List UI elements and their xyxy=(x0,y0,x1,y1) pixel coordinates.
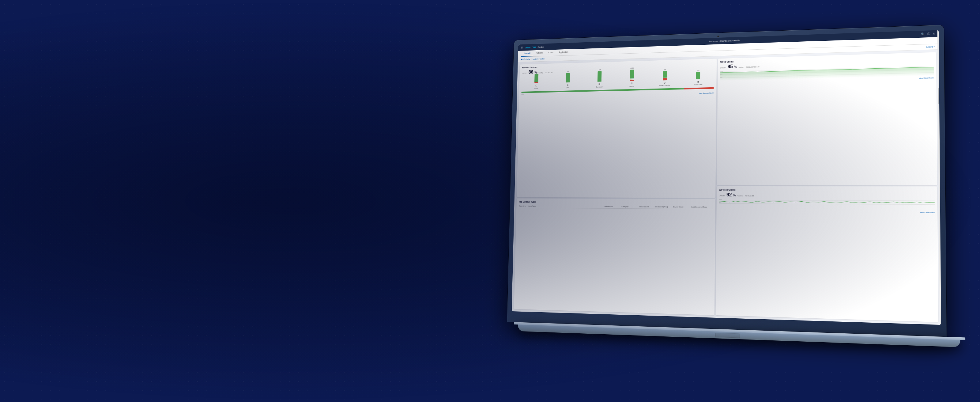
bar-green-distribution xyxy=(598,71,602,82)
dashboard-main: Network Devices LATEST 86 % Healthy TOTA… xyxy=(512,49,941,325)
wireless-clients-header: LATEST 92 % Healthy ACTIVE: 85 xyxy=(719,192,935,198)
view-wireless-health-link[interactable]: View Client Health xyxy=(719,210,935,214)
header-breadcrumb: Assurance › Dashboards › Health xyxy=(709,39,740,42)
issues-table-header: Priority ▼ Issue Type Device Role Catego… xyxy=(519,204,713,209)
bar-green-router xyxy=(535,74,538,82)
col-issue-count[interactable]: Issue Count xyxy=(640,206,654,208)
bar-red-access xyxy=(630,80,634,81)
col-last-occurred[interactable]: Last Occurred Time xyxy=(691,206,712,208)
tab-client[interactable]: Client xyxy=(546,49,556,56)
col-issue-type[interactable]: Issue Type xyxy=(528,205,603,207)
distribution-icon: ⊞ xyxy=(598,83,601,86)
col-site-count[interactable]: Site Count (Area) xyxy=(655,206,673,208)
col-device-role[interactable]: Device Role xyxy=(604,206,621,207)
wired-latest-label: LATEST xyxy=(720,67,726,69)
wireless-ctrl-icon: ⊙ xyxy=(663,81,666,84)
bar-core: 4/4 ◈ Core xyxy=(552,70,583,89)
wireless-clients-card: Wireless Clients LATEST 92 % Healthy ACT… xyxy=(716,186,939,322)
tab-overall[interactable]: Overall xyxy=(521,50,533,57)
network-devices-bar-chart: 5/6 ⬡ Router 4/4 xyxy=(522,71,714,90)
network-devices-card: Network Devices LATEST 86 % Healthy TOTA… xyxy=(517,59,717,198)
brand-dna: DNA xyxy=(531,46,536,49)
hamburger-menu-icon[interactable]: ☰ xyxy=(521,46,523,49)
clients-section: Wired Clients LATEST 95 % Healthy CONNEC… xyxy=(716,52,939,322)
access-point-icon: ◉ xyxy=(697,80,699,83)
bar-orange-access xyxy=(630,79,634,79)
brand-center: Center xyxy=(538,46,544,48)
bar-wireless-controller: 2/3 ⊙ Wireless Controller xyxy=(649,68,681,87)
screen-bezel: ☰ Cisco DNA Center Assurance › Dashboard… xyxy=(512,30,941,325)
core-icon: ◈ xyxy=(567,84,569,86)
trackpad xyxy=(715,333,740,338)
screen-frame: ☰ Cisco DNA Center Assurance › Dashboard… xyxy=(507,25,947,337)
wireless-clients-title: Wireless Clients xyxy=(719,189,935,191)
header-actions: 🔍 ⓘ ↻ xyxy=(921,32,935,36)
laptop-container: ☰ Cisco DNA Center Assurance › Dashboard… xyxy=(507,24,967,348)
bar-distribution: 8/8 ⊞ Distribution xyxy=(584,68,615,88)
wireless-latest-label: LATEST xyxy=(719,195,725,197)
tab-network[interactable]: Network xyxy=(533,50,546,56)
bar-green-wc xyxy=(663,71,667,78)
bar-access-point: 3/3 ◉ Access Point xyxy=(682,69,714,86)
search-icon[interactable]: 🔍 xyxy=(921,32,924,36)
header-left: ☰ Cisco DNA Center xyxy=(521,46,544,49)
bar-green-access xyxy=(630,70,634,78)
location-dot-icon xyxy=(521,59,522,61)
issues-title: Top 10 Issue Types xyxy=(519,201,713,204)
wireless-percent: 92 xyxy=(726,192,732,197)
filter-time[interactable]: Last 24 Hours ▾ xyxy=(533,57,545,60)
col-device-count[interactable]: Device Count xyxy=(673,206,690,208)
issues-card: Top 10 Issue Types Priority ▼ Issue Type… xyxy=(514,199,715,315)
col-priority[interactable]: Priority ▼ xyxy=(519,205,527,207)
col-category[interactable]: Category xyxy=(622,206,639,207)
svg-line-4 xyxy=(719,203,935,204)
wired-clients-card: Wired Clients LATEST 95 % Healthy CONNEC… xyxy=(717,52,937,185)
filter-global[interactable]: Global ▾ xyxy=(523,58,530,61)
svg-line-3 xyxy=(719,200,935,201)
bar-green-core xyxy=(566,73,570,83)
wired-percent: 95 xyxy=(727,64,733,69)
router-icon: ⬡ xyxy=(535,84,537,87)
filter-left: Global ▾ | Last 24 Hours ▾ xyxy=(521,57,545,61)
camera-dot xyxy=(717,35,719,37)
bar-red-wc xyxy=(663,78,667,80)
actions-button[interactable]: Actions » xyxy=(926,46,935,48)
bar-red-router xyxy=(535,82,538,83)
bar-green-ap xyxy=(696,72,700,79)
screen-content: ☰ Cisco DNA Center Assurance › Dashboard… xyxy=(512,30,941,325)
brand-logo: Cisco DNA Center xyxy=(525,46,544,49)
access-icon: ⊡ xyxy=(631,82,633,85)
info-icon[interactable]: ⓘ xyxy=(928,32,931,36)
wireless-line-chart: 100% 75% xyxy=(719,198,935,210)
tab-application[interactable]: Application xyxy=(556,49,571,56)
scrollbar-thumb[interactable] xyxy=(938,88,939,104)
brand-cisco: Cisco xyxy=(525,46,530,49)
bar-router: 5/6 ⬡ Router xyxy=(522,71,552,90)
bar-access: 12/14 ⊡ Access xyxy=(616,67,648,87)
refresh-icon[interactable]: ↻ xyxy=(933,32,935,35)
